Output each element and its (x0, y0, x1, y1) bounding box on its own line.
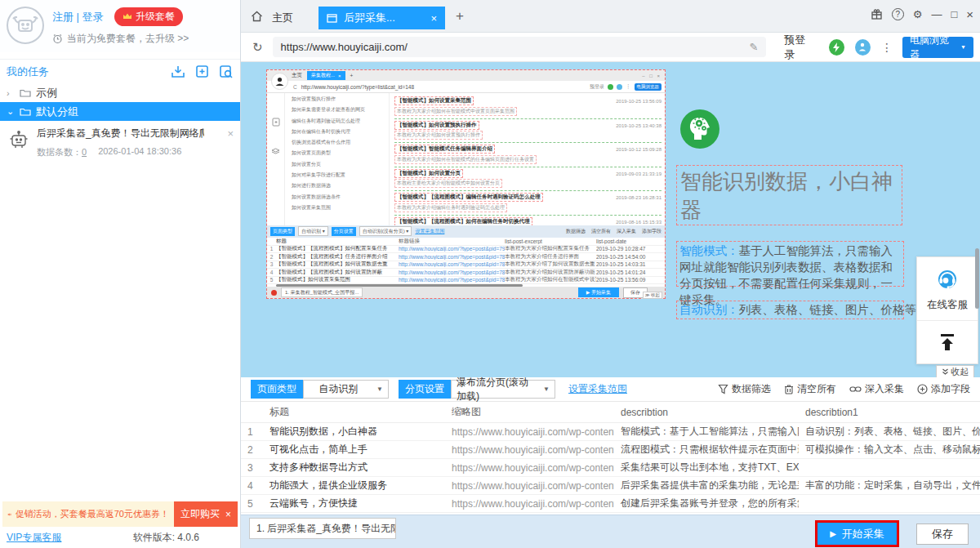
mini-help-item: 如何设置数据筛选条件 (292, 194, 385, 201)
caret-down-icon: ▼ (376, 385, 383, 393)
more-icon[interactable]: ⋮ (881, 41, 893, 54)
sidebar: 注册 | 登录 升级套餐 当前为免费套餐，去升级 >> 我的任务 (0, 0, 241, 548)
bottom-bar: 1. 后羿采集器_真免费！导出无限... ▶ 开始采集 保存 (241, 515, 980, 548)
prelogin-button[interactable]: 预登录 (784, 33, 814, 62)
caret-down-icon: ▼ (543, 385, 550, 393)
close-icon[interactable]: × (966, 7, 973, 21)
mini-help-item: 如何设置预执行操作 (292, 96, 385, 103)
mini-article: 【智能模式】如何设置分页 2019-09-03 21:33:19 本教程主要给大… (394, 167, 662, 192)
my-tasks-header: 我的任务 (0, 59, 240, 83)
mini-article: 【智能模式】智能模式任务编辑界面介绍 2019-10-12 15:09:28 本… (394, 143, 662, 167)
back-to-top-button[interactable] (917, 321, 978, 363)
my-tasks-label: 我的任务 (7, 65, 171, 79)
hero-auto-field[interactable]: 自动识别：列表、表格、链接、图片、价格等 (676, 301, 904, 319)
folder-icon (20, 107, 31, 116)
mini-help-item: 编辑任务时遇到验证码怎么处理 (292, 118, 385, 125)
hero-smart-field[interactable]: 智能模式：基于人工智能算法，只需输入网址就能智能识别列表数据、表格数据和分页按钮… (676, 241, 904, 287)
mini-table-row: 5 【智能模式】如何设置采集范围 http://www.houyicaiji.c… (267, 277, 665, 285)
gear-icon[interactable]: ⚙ (913, 8, 923, 20)
collect-toolbar: 页面类型 自动识别 ▼ 分页设置 瀑布流分页(滚动加载) ▼ 设置采集范围 数据… (241, 377, 980, 402)
gift-icon[interactable] (871, 8, 883, 20)
paging-label: 分页设置 (399, 380, 451, 399)
sidebar-group-default[interactable]: ⌄ 默认分组 (0, 102, 240, 121)
mini-collect-toolbar: 页面类型 自动识别 ▾ 分页设置 自动识别(没有分页) ▾ 设置采集范围 数据筛… (267, 225, 665, 238)
mini-proxy-icon (608, 84, 613, 90)
mini-tab-active: 采集教程...× (307, 71, 345, 80)
page-type-label: 页面类型 (251, 380, 303, 399)
close-icon[interactable]: × (227, 127, 234, 140)
main-area: 主页 后羿采集... × + ? ⚙ — □ × ↻ https://www.h… (241, 0, 980, 548)
folder-icon (20, 88, 31, 97)
table-row[interactable]: 5 云端账号，方便快捷 https://www.houyicaiji.com/w… (241, 495, 980, 513)
import-task-icon[interactable] (171, 65, 185, 78)
mini-window-controls: – □ × (642, 74, 662, 78)
new-tab-button[interactable]: + (456, 8, 464, 25)
online-service-button[interactable]: 在线客服 (917, 257, 978, 321)
table-row[interactable]: 1 智能识别数据，小白神器 https://www.houyicaiji.com… (241, 423, 980, 441)
mini-table-row: 3 【智能模式】【流程图模式】如何设置数据去重 http://www.houyi… (267, 261, 665, 270)
close-icon[interactable]: × (430, 12, 437, 25)
double-chevron-down-icon (942, 368, 949, 376)
brain-gear-icon (679, 109, 720, 149)
collapse-button[interactable]: 收起 (936, 365, 974, 377)
edit-icon[interactable]: ✎ (749, 41, 758, 53)
sidebar-group-example[interactable]: › 示例 (0, 83, 240, 102)
clear-all-button[interactable]: 清空所有 (784, 382, 836, 396)
crab-logo-icon (7, 7, 44, 44)
url-input[interactable]: https://www.houyicaiji.com/ ✎ (273, 37, 767, 57)
back-to-top-icon (937, 332, 958, 353)
maximize-icon[interactable]: □ (951, 8, 957, 20)
new-task-icon[interactable] (195, 65, 209, 78)
add-field-button[interactable]: 添加字段 (917, 382, 970, 396)
table-row[interactable]: 4 功能强大，提供企业级服务 https://www.houyicaiji.co… (241, 477, 980, 495)
minimize-icon[interactable]: — (931, 8, 942, 20)
page-type-select[interactable]: 自动识别 ▼ (303, 380, 389, 399)
mini-bottom-bar: 1. 采集教程_智能模式_全国早报... ▶ 开始采集 保存 ≫ 收起 (267, 287, 665, 298)
paging-select[interactable]: 瀑布流分页(滚动加载) ▼ (451, 380, 555, 399)
table-row[interactable]: 3 支持多种数据导出方式 https://www.houyicaiji.com/… (241, 459, 980, 477)
hero-screenshot-image[interactable]: 主页 采集教程...× + – □ × C http://www.houyica… (266, 69, 666, 299)
save-button[interactable]: 保存 (916, 523, 969, 545)
find-task-icon[interactable] (219, 65, 234, 78)
data-filter-button[interactable]: 数据筛选 (718, 382, 771, 396)
hero-title-field[interactable]: 智能识别数据，小白神器 (676, 165, 902, 225)
mini-help-item: 切换浏览器模式有什么作用 (292, 140, 385, 146)
task-title: 后羿采集器_真免费！导出无限制网络爬虫... (37, 127, 204, 140)
window-icon (327, 14, 337, 23)
plan-notice[interactable]: 当前为免费套餐，去升级 >> (52, 32, 234, 46)
tab-active[interactable]: 后羿采集... × (318, 7, 445, 29)
tab-strip: 主页 后羿采集... × + ? ⚙ — □ × (241, 0, 980, 33)
play-icon: ▶ (830, 529, 836, 538)
mini-table-row: 4 【智能模式】【流程图模式】如何设置防屏蔽 http://www.houyic… (267, 269, 665, 277)
start-collect-button[interactable]: ▶ 开始采集 (817, 523, 897, 545)
table-row[interactable]: 2 可视化点击，简单上手 https://www.houyicaiji.com/… (241, 441, 980, 459)
page-scrollbar[interactable] (975, 248, 979, 309)
mini-icon-strip (267, 93, 285, 225)
set-collect-range-link[interactable]: 设置采集范围 (568, 382, 627, 396)
mini-account-icon (617, 84, 622, 90)
account-icon[interactable] (855, 39, 871, 56)
table-body: 1 智能识别数据，小白神器 https://www.houyicaiji.com… (241, 423, 980, 513)
upgrade-plan-button[interactable]: 升级套餐 (114, 7, 183, 26)
browser-mode-button[interactable]: 电脑浏览器 ▼ (902, 37, 973, 58)
tab-home[interactable]: 主页 (272, 7, 293, 29)
task-tab[interactable]: 1. 后羿采集器_真免费！导出无限... (249, 518, 396, 539)
vip-support-link[interactable]: VIP专属客服 (7, 531, 61, 545)
close-icon[interactable]: × (225, 509, 231, 520)
mini-table-row: 2 【智能模式】【流程图模式】任务运行界面介绍 http://www.houyi… (267, 253, 665, 261)
task-list-item[interactable]: 后羿采集器_真免费！导出无限制网络爬虫... × 数据条数：0 2026-01-… (0, 121, 240, 163)
mini-help-item: 如何在编辑任务时切换代理 (292, 129, 385, 136)
home-icon[interactable] (251, 11, 263, 22)
webpage-viewport: 主页 采集教程...× + – □ × C http://www.houyica… (241, 62, 980, 377)
help-icon[interactable]: ? (892, 8, 904, 20)
service-panel: 在线客服 (916, 256, 978, 364)
sidebar-header: 注册 | 登录 升级套餐 当前为免费套餐，去升级 >> (0, 0, 240, 52)
proxy-icon[interactable] (829, 39, 844, 56)
register-login-link[interactable]: 注册 | 登录 (52, 10, 104, 25)
promo-banner: 促销活动，买套餐最高返70元优惠券！ 立即购买 × (2, 501, 238, 527)
mini-article: 【智能模式】如何设置预执行操作 2019-10-25 13:40:38 本教程为… (394, 119, 662, 144)
buy-now-button[interactable]: 立即购买 × (174, 501, 238, 527)
mini-table-row: 1 【智能模式】【流程图模式】如何配置采集任务 http://www.houyi… (267, 246, 665, 254)
deep-collect-button[interactable]: 深入采集 (849, 382, 904, 396)
refresh-icon[interactable]: ↻ (252, 40, 263, 55)
